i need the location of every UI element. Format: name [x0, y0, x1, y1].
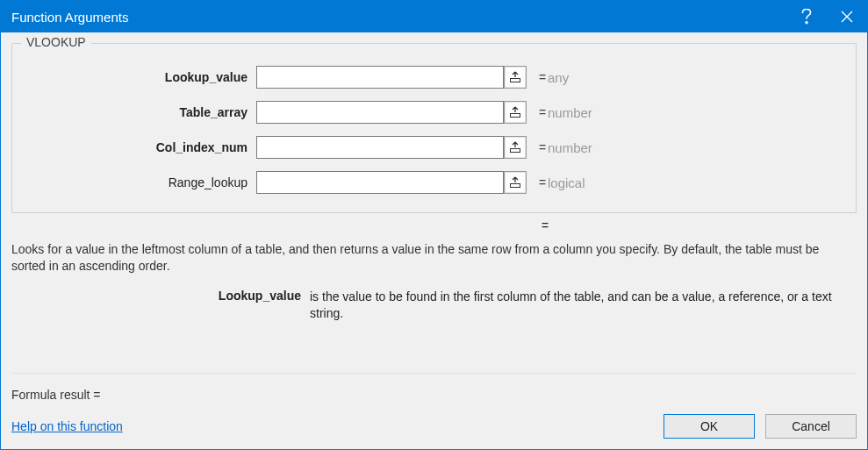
arg-type: number — [548, 105, 592, 120]
svg-point-0 — [806, 22, 807, 24]
close-button[interactable] — [827, 1, 867, 32]
arg-detail-label: Lookup_value — [11, 289, 310, 322]
range-lookup-input[interactable] — [256, 171, 504, 194]
arg-label: Table_array — [19, 105, 256, 119]
titlebar: Function Arguments — [1, 1, 867, 32]
formula-result: Formula result = — [11, 373, 857, 414]
col-index-num-input[interactable] — [256, 136, 504, 159]
arg-type: number — [548, 140, 592, 155]
range-select-icon — [509, 106, 521, 118]
argument-description: Lookup_value is the value to be found in… — [11, 283, 857, 322]
table-array-input[interactable] — [256, 101, 504, 124]
cancel-button[interactable]: Cancel — [765, 414, 857, 439]
arg-row-col-index-num: Col_index_num = number — [19, 130, 849, 165]
close-icon — [841, 11, 853, 23]
equals-sign: = — [527, 140, 548, 154]
help-link[interactable]: Help on this function — [11, 419, 123, 433]
dialog-footer: Help on this function OK Cancel — [11, 414, 857, 439]
help-button[interactable] — [786, 1, 827, 32]
function-name: VLOOKUP — [21, 35, 91, 49]
formula-result-label: Formula result = — [11, 388, 101, 402]
arguments-group: VLOOKUP Lookup_value = any Table_array — [11, 43, 857, 213]
collapse-dialog-button[interactable] — [504, 101, 527, 124]
ok-button[interactable]: OK — [664, 414, 755, 439]
arg-type: any — [548, 70, 569, 85]
result-preview-row: = — [11, 213, 857, 241]
range-select-icon — [509, 141, 521, 154]
arg-label: Range_lookup — [19, 175, 256, 189]
collapse-dialog-button[interactable] — [504, 66, 527, 89]
equals-sign: = — [527, 175, 548, 189]
range-select-icon — [509, 176, 521, 189]
function-arguments-dialog: Function Arguments VLOOKUP Lookup_value … — [0, 0, 868, 450]
equals-sign: = — [527, 105, 548, 119]
svg-rect-2 — [511, 114, 520, 118]
arg-row-range-lookup: Range_lookup = logical — [19, 165, 849, 200]
result-equals: = — [542, 218, 549, 232]
arg-row-table-array: Table_array = number — [19, 95, 849, 130]
dialog-body: VLOOKUP Lookup_value = any Table_array — [1, 32, 867, 449]
collapse-dialog-button[interactable] — [504, 171, 527, 194]
svg-rect-1 — [511, 79, 520, 82]
function-description: Looks for a value in the leftmost column… — [11, 241, 857, 283]
collapse-dialog-button[interactable] — [504, 136, 527, 159]
lookup-value-input[interactable] — [256, 66, 504, 89]
arg-label: Lookup_value — [19, 70, 256, 84]
svg-rect-3 — [511, 149, 520, 153]
arg-row-lookup-value: Lookup_value = any — [19, 60, 849, 95]
svg-rect-4 — [511, 184, 520, 188]
equals-sign: = — [527, 70, 548, 84]
arg-detail-text: is the value to be found in the first co… — [310, 289, 857, 322]
range-select-icon — [509, 71, 521, 83]
arg-type: logical — [548, 175, 585, 190]
dialog-title: Function Arguments — [11, 10, 786, 25]
help-icon — [800, 9, 813, 25]
arg-label: Col_index_num — [19, 140, 256, 154]
